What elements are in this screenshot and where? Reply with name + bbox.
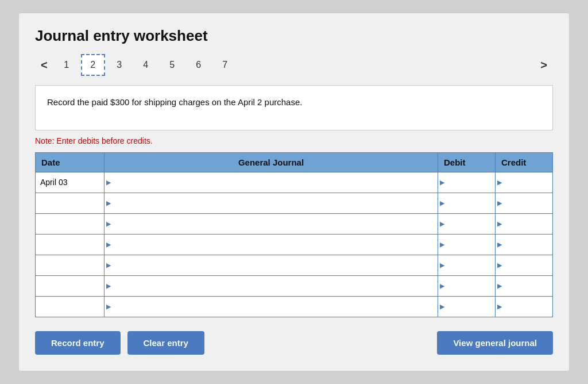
debit-input[interactable] — [443, 195, 490, 211]
debit-cell[interactable] — [438, 275, 496, 296]
table-row — [36, 255, 553, 275]
clear-entry-button[interactable]: Clear entry — [127, 331, 204, 355]
table-row — [36, 275, 553, 296]
debit-cell[interactable] — [438, 296, 496, 317]
credit-cell[interactable] — [496, 296, 553, 317]
debit-input[interactable] — [443, 299, 490, 314]
debit-input[interactable] — [443, 278, 490, 294]
button-row: Record entry Clear entry View general jo… — [35, 331, 553, 355]
credit-cell[interactable] — [496, 275, 553, 296]
journal-cell[interactable] — [105, 193, 438, 213]
journal-cell[interactable] — [105, 172, 438, 193]
journal-input[interactable] — [109, 237, 433, 252]
header-credit: Credit — [496, 152, 553, 172]
note-text: Note: Enter debits before credits. — [35, 136, 553, 145]
date-cell — [36, 193, 105, 213]
journal-input[interactable] — [109, 258, 433, 273]
journal-input[interactable] — [109, 216, 433, 232]
header-journal: General Journal — [105, 152, 438, 172]
page-title: Journal entry worksheet — [35, 27, 553, 45]
credit-cell[interactable] — [496, 213, 553, 234]
journal-input[interactable] — [109, 195, 433, 211]
table-row — [36, 213, 553, 234]
journal-cell[interactable] — [105, 275, 438, 296]
tab-2[interactable]: 2 — [81, 54, 105, 76]
instruction-box: Record the paid $300 for shipping charge… — [35, 85, 553, 130]
credit-cell[interactable] — [496, 255, 553, 275]
journal-cell[interactable] — [105, 213, 438, 234]
tab-navigation: < 1 2 3 4 5 6 7 > — [35, 54, 553, 76]
journal-input[interactable] — [109, 278, 433, 294]
debit-cell[interactable] — [438, 172, 496, 193]
credit-input[interactable] — [500, 278, 548, 294]
date-cell: April 03 — [36, 172, 105, 193]
table-row: April 03 — [36, 172, 553, 193]
table-header-row: Date General Journal Debit Credit — [36, 152, 553, 172]
record-entry-button[interactable]: Record entry — [35, 331, 121, 355]
credit-cell[interactable] — [496, 172, 553, 193]
debit-input[interactable] — [443, 258, 490, 273]
debit-cell[interactable] — [438, 234, 496, 255]
tab-1[interactable]: 1 — [55, 54, 79, 76]
journal-cell[interactable] — [105, 234, 438, 255]
credit-input[interactable] — [500, 237, 548, 252]
tab-5[interactable]: 5 — [160, 54, 184, 76]
credit-cell[interactable] — [496, 234, 553, 255]
debit-cell[interactable] — [438, 213, 496, 234]
date-cell — [36, 213, 105, 234]
header-date: Date — [36, 152, 105, 172]
debit-cell[interactable] — [438, 193, 496, 213]
instruction-text: Record the paid $300 for shipping charge… — [47, 97, 302, 107]
prev-arrow[interactable]: < — [35, 56, 53, 74]
journal-cell[interactable] — [105, 296, 438, 317]
view-general-journal-button[interactable]: View general journal — [437, 331, 553, 355]
credit-input[interactable] — [500, 216, 548, 232]
date-cell — [36, 255, 105, 275]
journal-table: Date General Journal Debit Credit April … — [35, 152, 553, 317]
date-cell — [36, 296, 105, 317]
debit-cell[interactable] — [438, 255, 496, 275]
debit-input[interactable] — [443, 237, 490, 252]
credit-input[interactable] — [500, 258, 548, 273]
tab-3[interactable]: 3 — [107, 54, 131, 76]
credit-input[interactable] — [500, 175, 548, 190]
tab-4[interactable]: 4 — [134, 54, 158, 76]
debit-input[interactable] — [443, 175, 490, 190]
tab-7[interactable]: 7 — [213, 54, 237, 76]
journal-input[interactable] — [109, 175, 433, 190]
table-row — [36, 234, 553, 255]
credit-input[interactable] — [500, 195, 548, 211]
credit-input[interactable] — [500, 299, 548, 314]
header-debit: Debit — [438, 152, 496, 172]
table-row — [36, 296, 553, 317]
journal-cell[interactable] — [105, 255, 438, 275]
next-arrow[interactable]: > — [535, 56, 553, 74]
credit-cell[interactable] — [496, 193, 553, 213]
date-cell — [36, 275, 105, 296]
journal-input[interactable] — [109, 299, 433, 314]
worksheet-container: Journal entry worksheet < 1 2 3 4 5 6 7 … — [18, 13, 570, 371]
debit-input[interactable] — [443, 216, 490, 232]
date-cell — [36, 234, 105, 255]
tab-6[interactable]: 6 — [187, 54, 211, 76]
table-row — [36, 193, 553, 213]
